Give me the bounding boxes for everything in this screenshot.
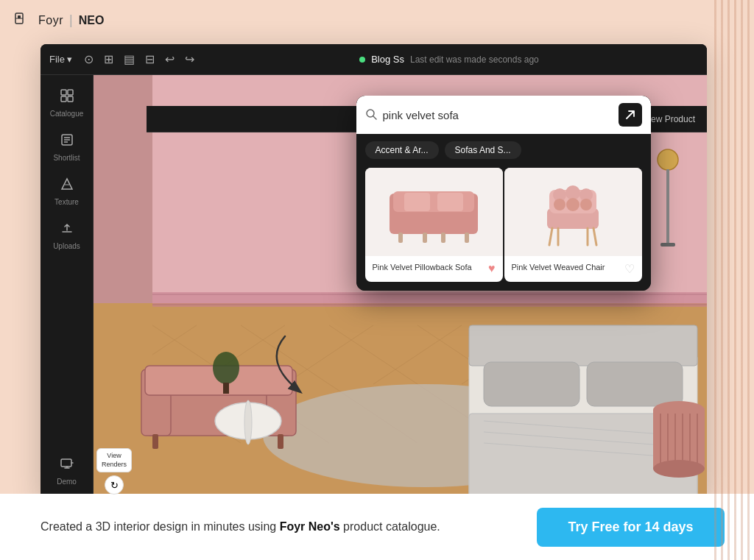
sidebar: Catalogue Shortlist	[40, 75, 94, 500]
uploads-icon	[60, 221, 74, 239]
search-bar	[356, 96, 651, 134]
svg-point-46	[213, 352, 239, 384]
view-renders-label: ViewRenders	[102, 452, 127, 469]
header: Foyr | NEO	[0, 0, 754, 40]
svg-rect-44	[152, 434, 158, 449]
file-chevron: ▾	[67, 54, 72, 65]
app-toolbar: File ▾ ⊙ ⊞ ▤ ⊟ ↩ ↪ Blog Ss Last edit was…	[40, 44, 707, 75]
search-action-button[interactable]	[619, 103, 642, 127]
sidebar-item-texture[interactable]: Texture	[45, 171, 89, 212]
heart-outline-icon-2[interactable]: ♡	[624, 262, 635, 276]
logo-brand-text: Foyr	[38, 14, 63, 27]
svg-point-89	[554, 199, 566, 210]
result-card-footer-1: Pink Velvet Pillowback Sofa ♥	[365, 256, 503, 281]
filter-sofas[interactable]: Sofas And S...	[445, 141, 521, 159]
save-status: Last edit was made seconds ago	[410, 54, 539, 65]
result-card-footer-2: Pink Velvet Weaved Chair ♡	[504, 256, 642, 282]
filter-accent[interactable]: Accent & Ar...	[365, 141, 439, 159]
canvas-area: Create New Product	[94, 75, 707, 500]
project-name: Blog Ss	[371, 54, 404, 65]
result-card-name-2: Pink Velvet Weaved Chair	[512, 262, 624, 273]
caption-area: Created a 3D interior design in minutes …	[0, 494, 754, 560]
caption-text: Created a 3D interior design in minutes …	[40, 518, 440, 536]
refresh-icon: ↻	[110, 480, 119, 491]
refresh-button[interactable]: ↻	[105, 475, 124, 495]
logo-product-text: NEO	[79, 14, 105, 27]
sidebar-item-demo[interactable]: Demo	[45, 450, 89, 492]
redo-icon[interactable]: ↪	[185, 52, 194, 66]
heart-filled-icon-1[interactable]: ♥	[488, 262, 496, 275]
sidebar-bottom: Demo	[45, 450, 89, 500]
svg-rect-52	[484, 362, 579, 406]
search-popup: Accent & Ar... Sofas And S...	[356, 96, 651, 291]
stool-furniture	[653, 401, 705, 478]
file-menu[interactable]: File ▾	[49, 54, 72, 65]
grid-icon[interactable]: ⊞	[104, 52, 113, 66]
svg-rect-12	[61, 459, 71, 467]
demo-label: Demo	[57, 478, 77, 486]
result-card-name-1: Pink Velvet Pillowback Sofa	[373, 262, 489, 273]
app-body: Catalogue Shortlist	[40, 75, 707, 500]
shortlist-icon	[60, 132, 74, 151]
toolbar-center: Blog Ss Last edit was made seconds ago	[200, 54, 698, 65]
svg-rect-47	[223, 383, 229, 394]
layers-icon[interactable]: ▤	[124, 52, 135, 66]
svg-rect-81	[423, 233, 427, 243]
columns-icon[interactable]: ⊟	[145, 52, 155, 66]
sidebar-item-uploads[interactable]: Uploads	[45, 215, 89, 256]
svg-rect-82	[441, 233, 445, 243]
svg-rect-3	[61, 90, 66, 95]
result-card-1[interactable]: Pink Velvet Pillowback Sofa ♥	[365, 168, 503, 282]
caption-text-after: product catalogue.	[340, 520, 440, 533]
logo-separator: |	[69, 13, 73, 28]
status-dot	[359, 57, 365, 63]
svg-rect-68	[666, 169, 669, 243]
logo: Foyr | NEO	[15, 13, 104, 29]
uploads-label: Uploads	[53, 242, 80, 250]
result-card-img-2	[504, 168, 642, 256]
svg-point-67	[658, 149, 678, 170]
svg-line-71	[373, 116, 376, 119]
toolbar-icons: ⊙ ⊞ ▤ ⊟ ↩ ↪	[84, 52, 194, 66]
sofa-furniture	[141, 352, 296, 449]
result-card-img-1	[365, 168, 503, 256]
room-illustration: Accent & Ar... Sofas And S...	[94, 75, 707, 500]
demo-icon	[60, 456, 74, 475]
svg-point-90	[566, 198, 579, 211]
caption-text-before: Created a 3D interior design in minutes …	[40, 520, 280, 533]
svg-rect-4	[68, 90, 73, 95]
svg-rect-80	[465, 233, 469, 243]
foyr-logo-icon	[15, 13, 35, 29]
svg-rect-53	[587, 362, 683, 406]
sidebar-item-catalogue[interactable]: Catalogue	[45, 82, 89, 124]
catalogue-label: Catalogue	[50, 110, 84, 118]
svg-rect-69	[660, 243, 675, 247]
svg-rect-45	[278, 434, 283, 449]
file-label: File	[49, 54, 65, 65]
texture-icon	[60, 177, 74, 195]
svg-rect-77	[404, 193, 430, 211]
result-card-2[interactable]: Pink Velvet Weaved Chair ♡	[504, 168, 642, 282]
svg-rect-1	[18, 15, 21, 18]
svg-point-49	[244, 400, 252, 444]
svg-rect-79	[398, 233, 403, 243]
catalogue-icon	[60, 88, 74, 107]
svg-rect-5	[61, 96, 66, 102]
history-icon[interactable]: ⊙	[84, 52, 94, 66]
svg-rect-51	[469, 325, 697, 366]
search-filters: Accent & Ar... Sofas And S...	[356, 134, 651, 166]
stripe-decoration	[710, 0, 754, 560]
texture-label: Texture	[54, 198, 79, 206]
app-screenshot: File ▾ ⊙ ⊞ ▤ ⊟ ↩ ↪ Blog Ss Last edit was…	[40, 44, 707, 500]
search-results: Pink Velvet Pillowback Sofa ♥	[356, 166, 651, 291]
svg-rect-6	[68, 96, 73, 102]
svg-point-91	[580, 199, 592, 210]
shortlist-label: Shortlist	[53, 154, 80, 162]
undo-icon[interactable]: ↩	[165, 52, 175, 66]
search-icon	[365, 108, 377, 122]
sidebar-item-shortlist[interactable]: Shortlist	[45, 127, 89, 168]
caption-bold-text: Foyr Neo's	[280, 520, 340, 533]
view-renders-button[interactable]: ViewRenders	[96, 448, 132, 472]
search-input[interactable]	[383, 109, 613, 121]
cta-button[interactable]: Try Free for 14 days	[537, 508, 725, 547]
